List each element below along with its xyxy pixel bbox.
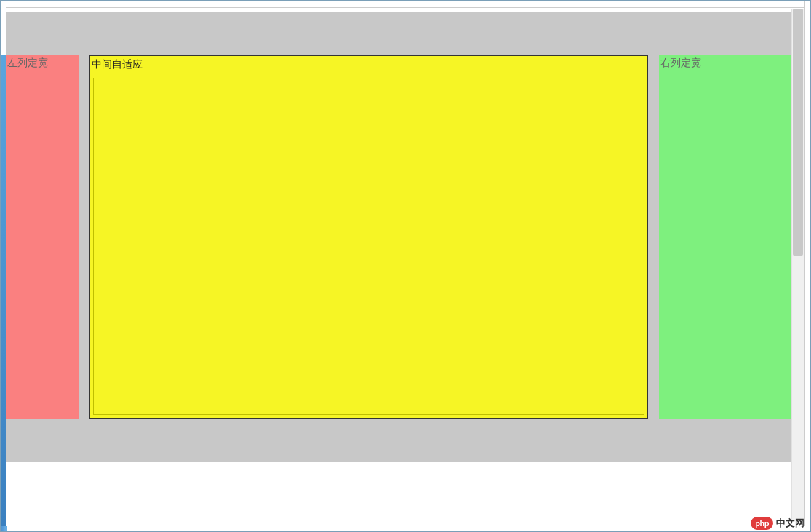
center-column-header: 中间自适应: [90, 56, 647, 73]
watermark-site-text: 中文网: [776, 517, 804, 530]
scrollbar-thumb[interactable]: [793, 9, 803, 256]
left-column: 左列定宽: [6, 55, 79, 419]
right-column-label: 右列定宽: [660, 57, 701, 68]
right-column: 右列定宽: [659, 55, 804, 419]
vertical-scrollbar[interactable]: [791, 9, 804, 520]
watermark: php 中文网: [751, 517, 804, 530]
taskbar-edge: [1, 526, 7, 531]
center-column: 中间自适应: [89, 55, 648, 419]
center-column-body: [93, 78, 644, 415]
browser-window: 左列定宽 中间自适应 右列定宽 php 中文: [0, 0, 811, 532]
watermark-logo: php: [751, 517, 773, 530]
three-column-layout: 左列定宽 中间自适应 右列定宽: [6, 55, 804, 419]
content-area: 左列定宽 中间自适应 右列定宽: [6, 1, 805, 526]
center-column-label: 中间自适应: [92, 58, 143, 70]
left-column-label: 左列定宽: [7, 57, 48, 68]
layout-container: 左列定宽 中间自适应 右列定宽: [6, 12, 804, 462]
top-divider: [6, 7, 804, 8]
